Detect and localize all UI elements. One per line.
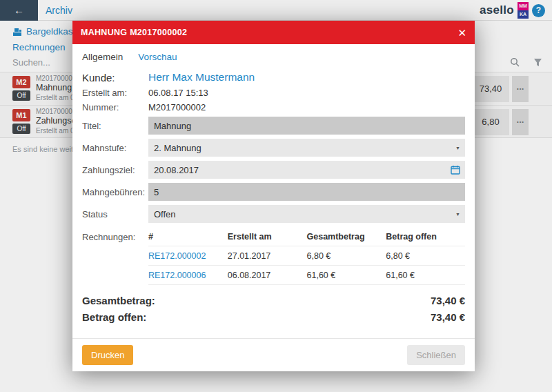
created-label: Erstellt am: — [82, 88, 148, 98]
total-amount-value: 73,40 € — [431, 295, 465, 306]
chevron-down-icon: ▼ — [455, 146, 460, 150]
dialog-body: Kunde: Herr Max Mustermann Erstellt am: … — [72, 68, 475, 338]
field-invoices: Rechnungen: # Erstellt am Gesamtbetrag B… — [82, 227, 465, 286]
open-amount-label: Betrag offen: — [82, 311, 146, 323]
app-window: ← Archiv asello MM KA ? Bargeldkassa Rec… — [0, 0, 552, 392]
created-value: 06.08.17 15:13 — [148, 88, 208, 98]
dialog-title: MAHNUNG M2017000002 — [81, 28, 457, 37]
field-created: Erstellt am: 06.08.17 15:13 — [82, 88, 465, 98]
invoice-date: 06.08.2017 — [228, 271, 307, 280]
print-button[interactable]: Drucken — [82, 345, 133, 365]
fee-input[interactable]: 5 — [148, 183, 465, 201]
invoice-open: 61,60 € — [386, 271, 465, 280]
due-value: 20.08.2017 — [154, 165, 199, 175]
customer-label: Kunde: — [82, 72, 148, 84]
status-select[interactable]: Offen ▼ — [148, 205, 465, 223]
col-open: Betrag offen — [386, 232, 465, 242]
number-value: M2017000002 — [148, 102, 206, 112]
close-icon[interactable]: ✕ — [457, 28, 466, 38]
level-label: Mahnstufe: — [82, 143, 148, 153]
title-label: Titel: — [82, 121, 148, 131]
invoices-table: # Erstellt am Gesamtbetrag Betrag offen … — [148, 227, 465, 285]
open-amount-value: 73,40 € — [431, 311, 465, 323]
invoice-date: 27.01.2017 — [228, 251, 307, 261]
status-label: Status — [82, 209, 148, 219]
invoices-label: Rechnungen: — [82, 227, 148, 242]
invoice-total: 6,80 € — [307, 251, 386, 261]
chevron-down-icon: ▼ — [455, 212, 460, 217]
field-fee: Mahngebühren: 5 — [82, 183, 465, 201]
field-status: Status Offen ▼ — [82, 205, 465, 223]
tab-vorschau[interactable]: Vorschau — [138, 52, 177, 62]
field-customer: Kunde: Herr Max Mustermann — [82, 71, 465, 84]
due-date-input[interactable]: 20.08.2017 — [148, 161, 465, 179]
due-label: Zahlungsziel: — [82, 165, 148, 175]
field-level: Mahnstufe: 2. Mahnung ▼ — [82, 139, 465, 157]
close-button[interactable]: Schließen — [407, 345, 465, 365]
totals-section: Gesamtbetrag: 73,40 € Betrag offen: 73,4… — [82, 295, 465, 328]
invoice-open: 6,80 € — [386, 251, 465, 261]
total-amount-label: Gesamtbetrag: — [82, 295, 155, 306]
invoice-link[interactable]: RE172.000002 — [148, 251, 228, 261]
field-number: Nummer: M2017000002 — [82, 102, 465, 112]
calendar-icon[interactable] — [451, 165, 460, 175]
col-total: Gesamtbetrag — [307, 232, 386, 242]
field-title: Titel: Mahnung — [82, 117, 465, 135]
invoice-total: 61,60 € — [307, 271, 386, 280]
table-row: RE172.000006 06.08.2017 61,60 € 61,60 € — [148, 266, 465, 285]
dialog-footer: Drucken Schließen — [72, 338, 475, 371]
customer-link[interactable]: Herr Max Mustermann — [148, 71, 255, 84]
col-created: Erstellt am — [228, 232, 307, 242]
dunning-dialog: MAHNUNG M2017000002 ✕ Allgemein Vorschau… — [72, 21, 475, 371]
col-number: # — [148, 232, 228, 242]
table-row: RE172.000002 27.01.2017 6,80 € 6,80 € — [148, 246, 465, 266]
invoice-link[interactable]: RE172.000006 — [148, 271, 228, 280]
tab-allgemein[interactable]: Allgemein — [82, 52, 123, 62]
dialog-header: MAHNUNG M2017000002 ✕ — [72, 21, 475, 44]
total-amount-row: Gesamtbetrag: 73,40 € — [82, 295, 465, 306]
invoices-table-header: # Erstellt am Gesamtbetrag Betrag offen — [148, 227, 465, 246]
fee-label: Mahngebühren: — [82, 187, 148, 197]
status-value: Offen — [154, 209, 176, 219]
open-amount-row: Betrag offen: 73,40 € — [82, 311, 465, 323]
field-due-date: Zahlungsziel: 20.08.2017 — [82, 161, 465, 179]
level-select[interactable]: 2. Mahnung ▼ — [148, 139, 465, 157]
level-value: 2. Mahnung — [154, 143, 201, 153]
number-label: Nummer: — [82, 102, 148, 112]
dialog-tabs: Allgemein Vorschau — [72, 44, 475, 68]
title-input[interactable]: Mahnung — [148, 117, 465, 135]
